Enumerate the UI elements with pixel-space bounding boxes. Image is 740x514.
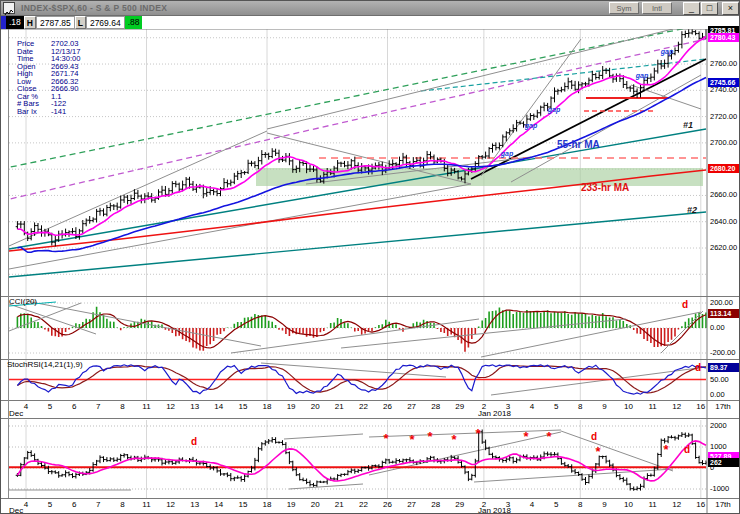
x-axis-label: 10 — [624, 402, 633, 411]
x-axis-label: 26 — [383, 500, 392, 509]
x-axis-label: 19 — [287, 402, 296, 411]
x-axis-label: 13 — [190, 402, 199, 411]
x-axis-label: 14 — [214, 402, 223, 411]
x-axis-label: 12 — [672, 402, 681, 411]
x-axis-label: 11 — [648, 402, 656, 411]
window-icon — [3, 2, 15, 14]
x-axis-label: 14 — [214, 500, 223, 509]
scale-tick: 0.00 — [710, 391, 725, 399]
svg-text:gap: gap — [547, 106, 561, 114]
scale-tick: 0.00 — [710, 324, 725, 332]
cci-panel-label: CCI(20) — [9, 297, 37, 306]
scale-tick: 2620.00 — [710, 244, 737, 252]
x-axis-label: 8 — [120, 500, 124, 509]
x-axis-label: 4 — [24, 402, 28, 411]
x-axis-label: 5 — [48, 402, 52, 411]
info-row: Bar Ix-141 — [17, 108, 81, 116]
intl-button[interactable]: Intl — [642, 2, 672, 14]
svg-text:d: d — [684, 444, 690, 455]
x-axis-label: 7 — [96, 402, 100, 411]
x-axis-label: 8 — [120, 402, 124, 411]
x-axis-label: 8 — [578, 500, 582, 509]
x-axis-label: 13 — [190, 500, 199, 509]
x-axis-label: 4 — [530, 402, 534, 411]
chart-window: gapgapgapgapgapdd*********ddd INDEX-$SPX… — [0, 0, 740, 514]
quote-strip: .18 H 2787.85 L 2769.64 .88 — [1, 16, 739, 29]
svg-text:*: * — [383, 431, 389, 446]
svg-text:gap: gap — [524, 122, 538, 130]
low-label: L — [75, 16, 86, 29]
x-axis-label: 7 — [96, 500, 100, 509]
svg-text:*: * — [546, 429, 552, 444]
x-axis-label: 9 — [602, 500, 606, 509]
x-axis-label: 4 — [530, 500, 534, 509]
window-title: INDEX-$SPX,60 - S & P 500 INDEX — [21, 3, 167, 13]
x-axis-label: 6 — [72, 402, 76, 411]
svg-text:*: * — [663, 442, 669, 457]
close-button[interactable]: × — [722, 2, 739, 15]
minimize-button[interactable]: _ — [683, 2, 700, 15]
x-axis-label: 27 — [407, 500, 416, 509]
x-axis-label: 20 — [311, 500, 320, 509]
x-axis-label: 2 — [482, 500, 486, 509]
x-axis-label: 22 — [359, 402, 368, 411]
x-axis-label: 26 — [383, 402, 392, 411]
x-axis-label: 9 — [602, 402, 606, 411]
ma55-label: 55-hr MA — [557, 139, 600, 150]
x-axis-label: 22 — [359, 500, 368, 509]
x-axis-label: 12 — [166, 500, 175, 509]
x-axis-label: 29 — [455, 500, 464, 509]
month-label-dec-2: Dec — [9, 506, 23, 514]
scale-tick: 2720.00 — [710, 113, 737, 121]
scale-badge: 113.14 — [708, 309, 740, 318]
ma233-label: 233-hr MA — [581, 182, 629, 193]
scale-tick: 2740.00 — [710, 86, 737, 94]
scale-tick: 1000 — [710, 443, 727, 451]
x-axis-label: 18 — [263, 500, 272, 509]
svg-text:d: d — [591, 431, 597, 442]
x-axis-label: 15 — [238, 402, 247, 411]
svg-text:*: * — [475, 426, 481, 441]
x-axis-label: 12 — [672, 500, 681, 509]
x-axis-label: 15 — [238, 500, 247, 509]
x-axis-label: 29 — [455, 402, 464, 411]
trendline-2-label: #2 — [687, 205, 697, 215]
x-axis-label: 6 — [72, 500, 76, 509]
x-axis-label: 18 — [263, 402, 272, 411]
sym-button[interactable]: Sym — [609, 2, 639, 14]
scale-tick: 2700.00 — [710, 139, 737, 147]
low-value: 2769.64 — [86, 16, 125, 29]
scale-tick: 200.00 — [710, 299, 733, 307]
x-axis-label: 16 — [696, 500, 705, 509]
scale-tick: 2660.00 — [710, 191, 737, 199]
svg-text:d: d — [682, 299, 688, 310]
scale-tick: 50.00 — [710, 376, 729, 384]
chart-canvas[interactable]: gapgapgapgapgapdd*********ddd — [1, 1, 740, 514]
x-axis-label: 3 — [506, 402, 510, 411]
x-axis-label: 11 — [142, 402, 150, 411]
scale-tick: -1000 — [710, 485, 729, 493]
x-axis-label: 10 — [624, 500, 633, 509]
svg-text:d: d — [695, 362, 701, 373]
x-axis-label: 11 — [142, 500, 150, 509]
scale-tick: 2000 — [710, 422, 727, 430]
maximize-button[interactable]: □ — [701, 2, 718, 15]
x-axis-label: 5 — [554, 500, 558, 509]
x-axis-label: 11 — [648, 500, 656, 509]
svg-text:gap: gap — [660, 48, 674, 56]
scale-badge: 89.37 — [708, 363, 740, 372]
trendline-1-label: #1 — [683, 120, 693, 130]
x-axis-label: 8 — [578, 402, 582, 411]
x-axis-label: 28 — [431, 402, 440, 411]
quote-change: .18 — [6, 16, 24, 29]
scale-badge: 2745.66 — [708, 78, 740, 87]
scale-tick: -200.00 — [710, 349, 735, 357]
svg-text:gap: gap — [500, 150, 514, 158]
title-bar[interactable]: INDEX-$SPX,60 - S & P 500 INDEX Sym Intl… — [1, 1, 739, 16]
x-axis-label: 16 — [696, 402, 705, 411]
scale-badge: 262 — [708, 458, 740, 467]
x-axis-label: 17th — [715, 402, 731, 411]
scale-badge: 2780.43 — [708, 33, 740, 42]
svg-text:*: * — [427, 429, 433, 444]
month-label-dec: Dec — [9, 409, 23, 418]
